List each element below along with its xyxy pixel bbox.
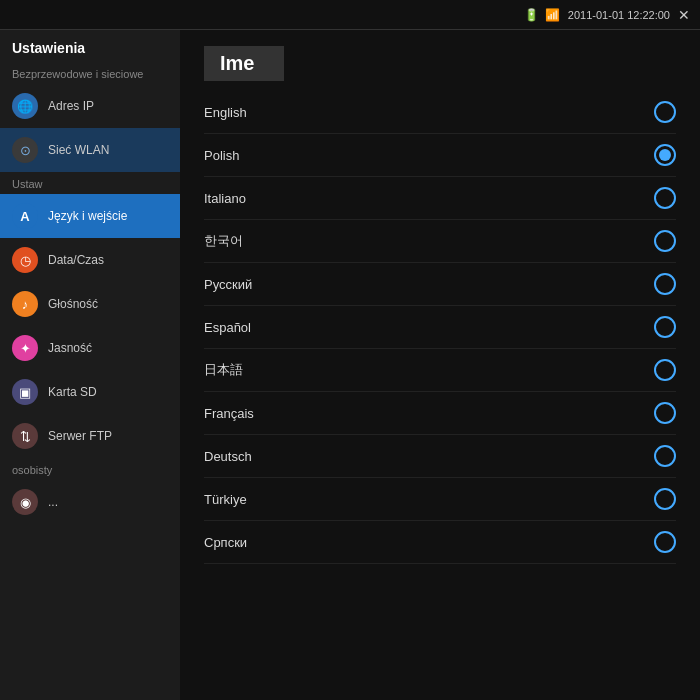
sidebar-item-personal[interactable]: ◉ ... [0,480,180,524]
battery-icon: 🔋 [524,8,539,22]
section-label-network: Bezprzewodowe i sieciowe [0,62,180,84]
radio-button[interactable] [654,230,676,252]
sidebar-item-language-label: Język i wejście [48,209,127,223]
language-list: EnglishPolishItaliano한국어РусскийEspañol日本… [180,91,700,700]
clock-icon: ◷ [12,247,38,273]
radio-button[interactable] [654,402,676,424]
globe-icon: 🌐 [12,93,38,119]
sidebar-item-brightness-label: Jasność [48,341,92,355]
signal-icon: 📶 [545,8,560,22]
language-item[interactable]: Deutsch [204,435,676,478]
radio-button[interactable] [654,445,676,467]
sidebar-item-volume-label: Głośność [48,297,98,311]
language-name: Italiano [204,191,246,206]
language-name: Français [204,406,254,421]
radio-button[interactable] [654,101,676,123]
language-name: English [204,105,247,120]
wifi-icon: ⊙ [12,137,38,163]
sidebar-item-personal-label: ... [48,495,58,509]
sidebar-item-sdcard-label: Karta SD [48,385,97,399]
language-item[interactable]: Español [204,306,676,349]
language-name: Русский [204,277,252,292]
language-item[interactable]: 한국어 [204,220,676,263]
radio-button[interactable] [654,187,676,209]
main-layout: Ustawienia Bezprzewodowe i sieciowe 🌐 Ad… [0,30,700,700]
content-title: Ime [204,46,284,81]
section-label-personal: osobisty [0,458,180,480]
language-item[interactable]: Italiano [204,177,676,220]
language-name: 日本語 [204,361,243,379]
sidebar-title: Ustawienia [0,30,180,62]
sidebar-item-ftp-label: Serwer FTP [48,429,112,443]
ftp-icon: ⇅ [12,423,38,449]
sidebar-item-brightness[interactable]: ✦ Jasność [0,326,180,370]
language-item[interactable]: Русский [204,263,676,306]
sdcard-icon: ▣ [12,379,38,405]
sidebar-item-ip-label: Adres IP [48,99,94,113]
language-name: Türkiye [204,492,247,507]
top-bar: 🔋 📶 2011-01-01 12:22:00 ✕ [0,0,700,30]
sidebar-item-wlan[interactable]: ⊙ Sieć WLAN [0,128,180,172]
brightness-icon: ✦ [12,335,38,361]
language-item[interactable]: 日本語 [204,349,676,392]
section-label-settings: Ustaw [0,172,180,194]
volume-icon: ♪ [12,291,38,317]
radio-button[interactable] [654,488,676,510]
sidebar-item-datetime-label: Data/Czas [48,253,104,267]
content-area: Ime EnglishPolishItaliano한국어РусскийEspañ… [180,30,700,700]
language-name: 한국어 [204,232,243,250]
sidebar-item-volume[interactable]: ♪ Głośność [0,282,180,326]
content-header: Ime [180,30,700,91]
radio-button[interactable] [654,144,676,166]
sidebar: Ustawienia Bezprzewodowe i sieciowe 🌐 Ad… [0,30,180,700]
language-item[interactable]: Српски [204,521,676,564]
language-name: Polish [204,148,239,163]
status-icons: 🔋 📶 [524,8,560,22]
sidebar-item-datetime[interactable]: ◷ Data/Czas [0,238,180,282]
radio-button[interactable] [654,359,676,381]
datetime-display: 2011-01-01 12:22:00 [568,9,670,21]
personal-icon: ◉ [12,489,38,515]
sidebar-item-language[interactable]: A Język i wejście [0,194,180,238]
sidebar-item-ip[interactable]: 🌐 Adres IP [0,84,180,128]
radio-button[interactable] [654,316,676,338]
language-name: Deutsch [204,449,252,464]
language-item[interactable]: Türkiye [204,478,676,521]
language-icon: A [12,203,38,229]
language-name: Español [204,320,251,335]
radio-button[interactable] [654,273,676,295]
language-item[interactable]: Polish [204,134,676,177]
sidebar-item-wlan-label: Sieć WLAN [48,143,109,157]
language-name: Српски [204,535,247,550]
language-item[interactable]: English [204,91,676,134]
close-button[interactable]: ✕ [678,7,690,23]
radio-button[interactable] [654,531,676,553]
sidebar-item-ftp[interactable]: ⇅ Serwer FTP [0,414,180,458]
sidebar-item-sdcard[interactable]: ▣ Karta SD [0,370,180,414]
language-item[interactable]: Français [204,392,676,435]
